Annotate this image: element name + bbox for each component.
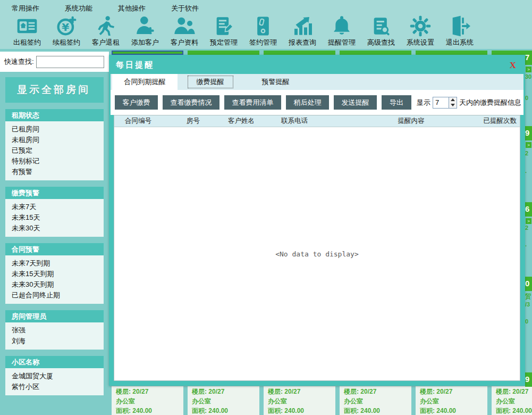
room-card-header-sliver: 6 xyxy=(525,202,532,217)
toolbar-remind-manage[interactable]: 提醒管理 xyxy=(322,15,361,47)
room-card[interactable]: 楼层: 20/27 办公室 面积: 240.00 xyxy=(340,386,411,415)
section-rent-status: 租期状态 已租房间 未租房间 已预定 特别标记 有预警 xyxy=(5,109,104,180)
toolbar-label: 客户退租 xyxy=(92,38,120,47)
show-all-rooms-button[interactable]: 显示全部房间 xyxy=(5,77,104,103)
room-card[interactable]: 楼层: 20/27 办公室 面积: 240.00 xyxy=(264,386,335,415)
days-spinner[interactable]: 7 xyxy=(433,97,457,109)
room-card[interactable]: 楼层: 20/27 办公室 面积: 240.00 xyxy=(112,386,183,415)
toolbar-add-customer[interactable]: 添加客户 xyxy=(125,15,165,47)
sidebar-item-expire-7d[interactable]: 未来7天到期 xyxy=(5,258,104,269)
toolbar-report-query[interactable]: 报表查询 xyxy=(283,15,322,47)
report-query-icon xyxy=(291,15,314,37)
toolbar-rent-contract[interactable]: 出租签约 xyxy=(7,15,47,47)
card-type: 办公室 xyxy=(116,396,179,406)
sidebar-item-unrented[interactable]: 未租房间 xyxy=(5,135,104,145)
room-card[interactable]: 楼层: 20/27 办公室 面积: 240.00 xyxy=(416,386,487,415)
spinner-down-icon[interactable] xyxy=(449,103,457,108)
sidebar-item-warned[interactable]: 有预警 xyxy=(5,167,104,177)
menu-system-functions[interactable]: 系统功能 xyxy=(63,3,95,14)
sidebar-item-pay-15d[interactable]: 未来15天 xyxy=(5,212,104,223)
view-fee-list-button[interactable]: 查看费用清单 xyxy=(224,95,281,110)
sidebar-item-expired[interactable]: 已超合同终止期 xyxy=(5,290,104,301)
section-title: 租期状态 xyxy=(5,109,104,121)
tab-warning-reminder[interactable]: 预警提醒 xyxy=(243,74,308,90)
add-customer-icon xyxy=(134,15,156,37)
card-area: 面积: 240.00 xyxy=(268,406,331,415)
col-room-no[interactable]: 房号 xyxy=(183,117,228,126)
sidebar-item-pay-30d[interactable]: 未来30天 xyxy=(5,223,104,234)
card-area: 面积: 240.00 xyxy=(116,406,179,415)
room-card-top-selected[interactable] xyxy=(112,51,183,55)
sidebar-item-manager[interactable]: 刘海 xyxy=(5,336,104,346)
days-filter: 显示 7 天内的缴费提醒信息 xyxy=(417,97,521,109)
close-icon[interactable]: X xyxy=(502,60,523,71)
room-card-top[interactable] xyxy=(188,51,259,55)
sidebar-item-booked[interactable]: 已预定 xyxy=(5,145,104,156)
handle-later-button[interactable]: 稍后处理 xyxy=(286,95,329,110)
tab-contract-expiry-reminder[interactable]: 合同到期提醒 xyxy=(112,74,178,90)
toolbar-booking-manage[interactable]: 预定管理 xyxy=(204,15,243,47)
dialog-titlebar[interactable]: 每日提醒 X xyxy=(111,56,523,74)
exit-system-icon xyxy=(449,15,471,37)
toolbar-label: 添加客户 xyxy=(131,38,159,47)
sidebar-item-community[interactable]: 金城国贸大厦 xyxy=(5,371,104,381)
card-text-sliver: 30 xyxy=(525,73,532,80)
col-contract-no[interactable]: 合同编号 xyxy=(114,117,183,126)
section-community-name: 小区名称 金城国贸大厦 紫竹小区 xyxy=(5,356,104,395)
toolbar-contract-manage[interactable]: 签约管理 xyxy=(243,15,283,47)
menu-about-software[interactable]: 关于软件 xyxy=(169,3,201,14)
top-header: 常用操作 系统功能 其他操作 关于软件 出租签约 ¥ 续租签约 客户退租 添加客… xyxy=(0,0,532,49)
section-title: 合同预警 xyxy=(5,243,104,255)
sidebar-item-pay-7d[interactable]: 未来7天 xyxy=(5,202,104,212)
toolbar-renew-contract[interactable]: ¥ 续租签约 xyxy=(47,15,86,47)
card-text-sliver: 2 xyxy=(525,150,532,156)
room-card-top[interactable] xyxy=(340,51,411,55)
menu-other-operations[interactable]: 其他操作 xyxy=(116,3,148,14)
room-card[interactable]: 楼层: 20/27 办公室 面积: 240.00 xyxy=(492,386,532,415)
card-text-sliver: 贸 xyxy=(525,293,532,301)
sidebar-item-manager[interactable]: 张强 xyxy=(5,325,104,336)
view-payment-status-button[interactable]: 查看缴费情况 xyxy=(163,95,219,110)
room-card-header-sliver: 0 xyxy=(525,277,532,291)
sidebar-item-community[interactable]: 紫竹小区 xyxy=(5,381,104,392)
section-title: 小区名称 xyxy=(5,356,104,368)
sidebar-item-rented[interactable]: 已租房间 xyxy=(5,124,104,135)
system-settings-icon xyxy=(409,15,432,37)
menu-common-operations[interactable]: 常用操作 xyxy=(10,3,41,14)
card-area: 面积: 240.00 xyxy=(496,406,532,415)
sidebar-item-marked[interactable]: 特别标记 xyxy=(5,156,104,167)
send-reminder-button[interactable]: 发送提醒 xyxy=(334,95,377,110)
col-customer-name[interactable]: 客户姓名 xyxy=(228,117,281,126)
card-link-icon: > xyxy=(526,218,531,224)
room-card-top[interactable] xyxy=(416,51,487,55)
section-payment-warning: 缴费预警 未来7天 未来15天 未来30天 xyxy=(5,187,104,237)
col-phone[interactable]: 联系电话 xyxy=(281,117,361,126)
card-link-icon: > xyxy=(526,67,531,72)
card-floor: 楼层: 20/27 xyxy=(496,387,532,396)
toolbar-label: 签约管理 xyxy=(249,38,277,47)
toolbar-advanced-search[interactable]: 高级查找 xyxy=(361,15,401,47)
days-value[interactable]: 7 xyxy=(433,97,449,108)
toolbar-label: 客户资料 xyxy=(171,38,198,47)
sidebar-item-expire-30d[interactable]: 未来30天到期 xyxy=(5,279,104,290)
export-button[interactable]: 导出 xyxy=(382,95,411,110)
toolbar-customer-files[interactable]: 客户资料 xyxy=(165,15,204,47)
col-reminded-times[interactable]: 已提醒次数 xyxy=(461,117,520,126)
card-text-sliver: · xyxy=(525,169,532,176)
toolbar-tenant-leave[interactable]: 客户退租 xyxy=(86,15,125,47)
no-data-message: <No data to display> xyxy=(275,250,359,258)
quick-find-input[interactable] xyxy=(36,56,104,68)
col-reminder-content[interactable]: 提醒内容 xyxy=(361,117,461,126)
toolbar-system-settings[interactable]: 系统设置 xyxy=(401,15,440,47)
tab-payment-reminder[interactable]: 缴费提醒 xyxy=(178,74,243,90)
card-link-icon: > xyxy=(526,142,531,148)
spinner-up-icon[interactable] xyxy=(449,97,457,103)
room-card-top[interactable] xyxy=(264,51,335,55)
toolbar-exit-system[interactable]: 退出系统 xyxy=(440,15,479,47)
sidebar-item-expire-15d[interactable]: 未来15天到期 xyxy=(5,269,104,279)
card-text-sliver: · xyxy=(525,243,532,249)
section-title: 房间管理员 xyxy=(5,310,104,322)
customer-pay-button[interactable]: 客户缴费 xyxy=(115,95,158,110)
room-card[interactable]: 楼层: 20/27 办公室 面积: 240.00 xyxy=(188,386,259,415)
tenant-leave-icon xyxy=(95,15,117,37)
